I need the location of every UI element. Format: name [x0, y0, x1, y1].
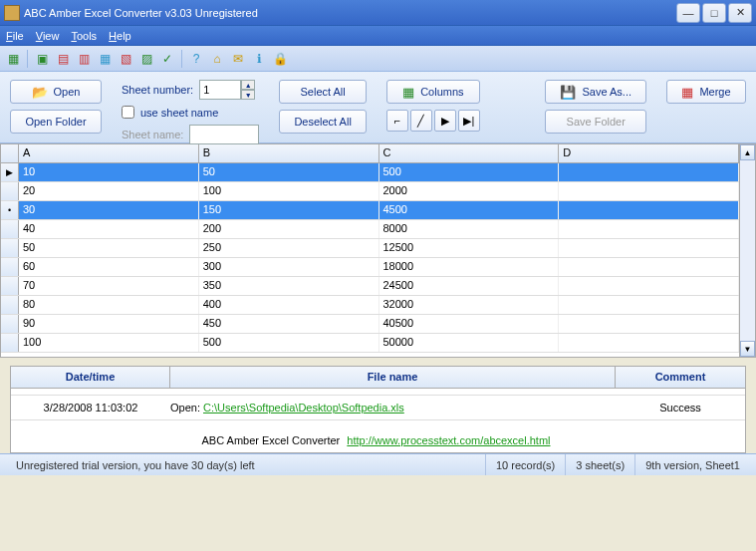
cell-d[interactable]	[559, 163, 739, 181]
row-header[interactable]: •	[1, 201, 19, 219]
use-sheet-name-checkbox[interactable]	[122, 106, 134, 119]
nav-last-button[interactable]: ▶|	[458, 110, 480, 132]
row-header[interactable]	[1, 239, 19, 257]
cell-a[interactable]: 100	[19, 334, 199, 352]
table-row[interactable]: 402008000	[1, 220, 739, 239]
cell-c[interactable]: 50000	[379, 334, 560, 352]
open-folder-button[interactable]: Open Folder	[10, 110, 102, 134]
spinner-down[interactable]: ▼	[241, 90, 255, 100]
table-row[interactable]: 8040032000	[1, 296, 739, 315]
table-row[interactable]: 9045040500	[1, 315, 739, 334]
table-row[interactable]: •301504500	[1, 201, 739, 220]
row-header[interactable]	[1, 220, 19, 238]
cell-d[interactable]	[559, 296, 739, 314]
cell-c[interactable]: 12500	[379, 239, 560, 257]
cell-a[interactable]: 80	[19, 296, 199, 314]
scroll-down-button[interactable]: ▼	[740, 341, 755, 357]
lock-icon[interactable]: 🔒	[271, 50, 289, 68]
mail-icon[interactable]: ✉	[229, 50, 247, 68]
log-header-file[interactable]: File name	[170, 367, 616, 388]
sheet-number-spinner[interactable]: ▲▼	[199, 80, 255, 100]
column-header-b[interactable]: B	[199, 144, 379, 162]
cell-d[interactable]	[559, 277, 739, 295]
table-row[interactable]: 10050050000	[1, 334, 739, 353]
menu-help[interactable]: Help	[109, 30, 131, 42]
menu-tools[interactable]: Tools	[71, 30, 97, 42]
cell-c[interactable]: 2000	[379, 182, 560, 200]
spinner-up[interactable]: ▲	[241, 80, 255, 90]
row-header[interactable]	[1, 315, 19, 333]
log-file-link[interactable]: C:\Users\Softpedia\Desktop\Softpedia.xls	[203, 402, 404, 413]
cell-a[interactable]: 90	[19, 315, 199, 333]
cell-c[interactable]: 4500	[379, 201, 560, 219]
cell-a[interactable]: 60	[19, 258, 199, 276]
info-icon[interactable]: ℹ	[250, 50, 268, 68]
log-header-date[interactable]: Date/time	[11, 367, 170, 388]
menu-file[interactable]: File	[6, 30, 24, 42]
deselect-all-button[interactable]: Deselect All	[279, 110, 366, 134]
cell-c[interactable]: 24500	[379, 277, 560, 295]
scroll-track[interactable]	[740, 160, 755, 341]
spellcheck-icon[interactable]: ✓	[158, 50, 176, 68]
select-all-button[interactable]: Select All	[279, 80, 366, 104]
close-button[interactable]: ✕	[728, 3, 752, 23]
table-row[interactable]: 7035024500	[1, 277, 739, 296]
table-row[interactable]: ▶1050500	[1, 163, 739, 182]
log-header-comment[interactable]: Comment	[616, 367, 745, 388]
cell-d[interactable]	[559, 182, 739, 200]
product-url-link[interactable]: http://www.processtext.com/abcexcel.html	[347, 434, 550, 446]
vertical-scrollbar[interactable]: ▲ ▼	[739, 144, 755, 357]
export-rtf-icon[interactable]: ▧	[117, 50, 134, 68]
cell-b[interactable]: 300	[199, 258, 379, 276]
row-header[interactable]	[1, 277, 19, 295]
cell-b[interactable]: 150	[199, 201, 379, 219]
cell-a[interactable]: 50	[19, 239, 199, 257]
scroll-up-button[interactable]: ▲	[740, 144, 755, 160]
nav-prev-button[interactable]: ╱	[410, 110, 432, 132]
cell-c[interactable]: 18000	[379, 258, 560, 276]
sheet-number-input[interactable]	[199, 80, 241, 100]
export-csv-icon[interactable]: ▣	[33, 50, 51, 68]
row-header[interactable]	[1, 334, 19, 352]
help-icon[interactable]: ?	[187, 50, 205, 68]
sheet-name-input[interactable]	[189, 125, 259, 144]
export-chm-icon[interactable]: ▦	[96, 50, 114, 68]
row-header[interactable]	[1, 182, 19, 200]
cell-a[interactable]: 70	[19, 277, 199, 295]
export-pdf-icon[interactable]: ▤	[54, 50, 72, 68]
columns-button[interactable]: ▦Columns	[386, 80, 480, 104]
nav-next-button[interactable]: ▶	[434, 110, 456, 132]
table-row[interactable]: 5025012500	[1, 239, 739, 258]
cell-d[interactable]	[559, 258, 739, 276]
home-icon[interactable]: ⌂	[208, 50, 226, 68]
cell-b[interactable]: 200	[199, 220, 379, 238]
cell-b[interactable]: 350	[199, 277, 379, 295]
table-row[interactable]: 6030018000	[1, 258, 739, 277]
cell-d[interactable]	[559, 334, 739, 352]
maximize-button[interactable]: □	[702, 3, 726, 23]
cell-a[interactable]: 40	[19, 220, 199, 238]
column-header-d[interactable]: D	[559, 144, 739, 162]
cell-d[interactable]	[559, 201, 739, 219]
cell-c[interactable]: 32000	[379, 296, 560, 314]
export-doc-icon[interactable]: ▨	[137, 50, 155, 68]
cell-b[interactable]: 500	[199, 334, 379, 352]
export-html-icon[interactable]: ▥	[75, 50, 93, 68]
cell-d[interactable]	[559, 220, 739, 238]
row-header[interactable]	[1, 296, 19, 314]
save-folder-button[interactable]: Save Folder	[545, 110, 646, 134]
column-header-a[interactable]: A	[19, 144, 199, 162]
cell-b[interactable]: 400	[199, 296, 379, 314]
save-as-button[interactable]: 💾Save As...	[545, 80, 646, 104]
cell-a[interactable]: 20	[19, 182, 199, 200]
cell-b[interactable]: 450	[199, 315, 379, 333]
menu-view[interactable]: View	[36, 30, 60, 42]
nav-first-button[interactable]: ⌐	[386, 110, 408, 132]
cell-c[interactable]: 8000	[379, 220, 560, 238]
cell-c[interactable]: 40500	[379, 315, 560, 333]
cell-d[interactable]	[559, 239, 739, 257]
cell-b[interactable]: 250	[199, 239, 379, 257]
cell-b[interactable]: 100	[199, 182, 379, 200]
cell-b[interactable]: 50	[199, 163, 379, 181]
cell-a[interactable]: 10	[19, 163, 199, 181]
